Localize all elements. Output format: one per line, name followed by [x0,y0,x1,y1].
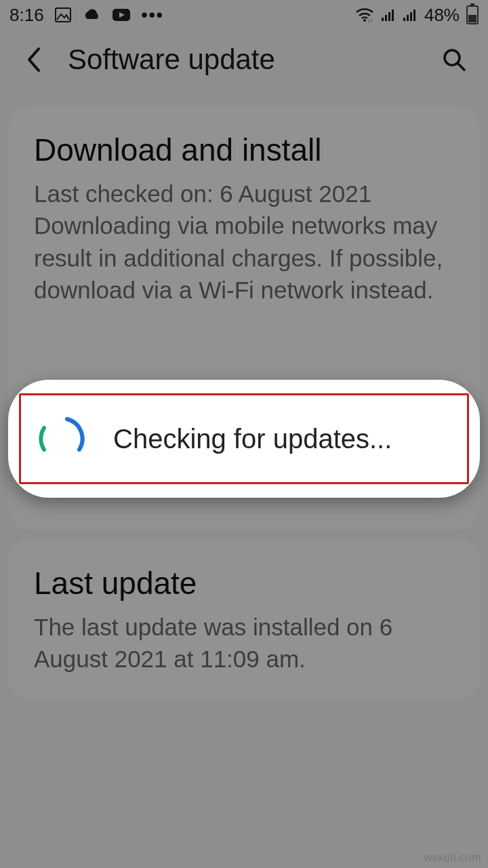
svg-text:↓↑: ↓↑ [367,18,373,22]
watermark: wsxdn.com [424,852,481,864]
youtube-icon [112,8,131,22]
battery-percentage: 48% [424,5,460,26]
last-update-desc: The last update was installed on 6 Augus… [34,611,454,675]
svg-rect-6 [385,15,387,21]
checking-updates-dialog: Checking for updates... [8,380,480,498]
download-install-title: Download and install [34,132,454,168]
page-header: Software update [0,30,488,96]
svg-rect-11 [410,12,412,21]
download-install-desc: Last checked on: 6 August 2021 Downloadi… [34,178,454,306]
spinner-icon [33,410,90,467]
svg-rect-7 [388,12,390,21]
back-button[interactable] [20,46,47,73]
status-time: 8:16 [9,5,44,26]
battery-icon [466,5,479,24]
svg-rect-10 [407,15,409,21]
more-icon: ••• [142,5,164,26]
svg-rect-5 [382,18,384,21]
cloud-icon [82,8,101,22]
image-icon [55,7,71,22]
signal-icon-2 [403,8,418,22]
wifi-icon: ↓↑ [355,7,374,22]
dialog-text: Checking for updates... [113,424,392,454]
search-button[interactable] [441,46,468,73]
svg-point-3 [363,19,366,22]
svg-rect-8 [392,9,394,21]
svg-line-14 [458,64,464,70]
status-bar: 8:16 ••• ↓↑ 48% [0,0,488,30]
svg-rect-12 [413,9,415,21]
svg-rect-0 [56,8,70,22]
last-update-card[interactable]: Last update The last update was installe… [8,539,480,701]
page-title: Software update [68,43,420,76]
last-update-title: Last update [34,565,454,601]
signal-icon-1 [381,8,396,22]
dialog-highlight-box: Checking for updates... [19,393,469,484]
svg-rect-9 [403,18,405,21]
svg-point-13 [445,50,460,65]
